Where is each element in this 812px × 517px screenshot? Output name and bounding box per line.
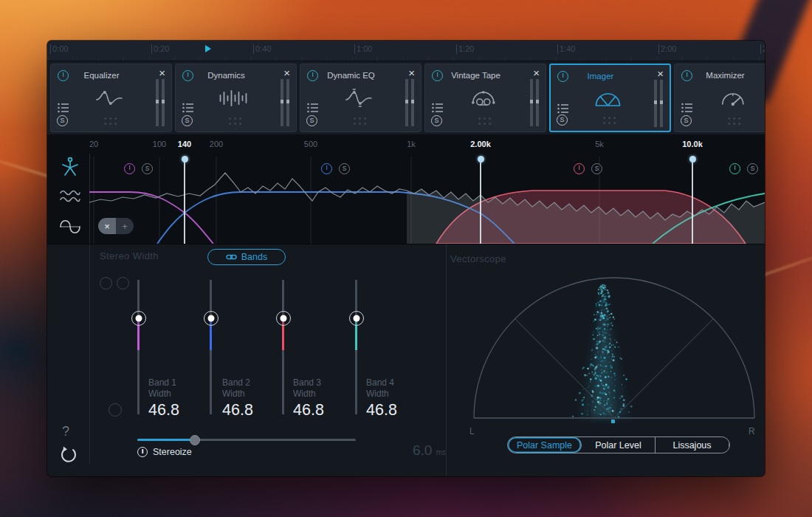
preset-list-icon[interactable] bbox=[681, 103, 693, 113]
frequency-label: 1k bbox=[407, 140, 416, 148]
band-label: Band 4 bbox=[366, 377, 433, 388]
bands-link-button[interactable]: Bands bbox=[207, 249, 286, 265]
vectorscope-mode-button[interactable]: Lissajous bbox=[656, 437, 729, 453]
module-card[interactable]: Maximizer × S bbox=[674, 64, 765, 132]
close-icon[interactable]: × bbox=[533, 67, 540, 79]
band-width-value[interactable]: 46.8 bbox=[293, 401, 359, 420]
add-band-button[interactable]: + bbox=[116, 218, 134, 234]
band-label: Width bbox=[148, 388, 215, 400]
drag-handle-dots[interactable] bbox=[104, 117, 117, 125]
waveform-view-icon[interactable] bbox=[59, 216, 81, 238]
drag-handle-dots[interactable] bbox=[478, 117, 491, 125]
solo-icon[interactable]: S bbox=[557, 114, 568, 126]
band-label: Width bbox=[222, 388, 289, 400]
module-title: Equalizer bbox=[51, 71, 152, 80]
timeline-label: 2:20 bbox=[760, 44, 765, 54]
stereoize-slider[interactable] bbox=[137, 439, 356, 441]
band-power-icon[interactable] bbox=[124, 163, 135, 174]
slider-handle[interactable] bbox=[276, 311, 291, 326]
level-meter bbox=[654, 80, 663, 127]
remove-band-button[interactable]: × bbox=[98, 218, 116, 234]
preset-list-icon[interactable] bbox=[432, 103, 444, 113]
frequency-label: 5k bbox=[595, 140, 604, 148]
drag-handle-dots[interactable] bbox=[603, 117, 616, 124]
timeline-tick bbox=[658, 44, 659, 54]
crossover-dot-icon[interactable] bbox=[478, 156, 484, 162]
module-card[interactable]: Imager × S bbox=[549, 64, 671, 132]
frequency-label: 100 bbox=[153, 140, 166, 148]
timeline-tick bbox=[760, 44, 761, 54]
stereoize-label: Stereoize bbox=[153, 447, 192, 457]
band-width-slider[interactable] bbox=[282, 280, 284, 414]
slider-handle[interactable] bbox=[204, 311, 219, 326]
preset-list-icon[interactable] bbox=[557, 103, 569, 114]
solo-icon[interactable]: S bbox=[57, 115, 68, 126]
close-icon[interactable]: × bbox=[283, 67, 290, 79]
solo-icon[interactable]: S bbox=[431, 115, 442, 126]
playhead-icon[interactable] bbox=[205, 45, 211, 52]
band-width-value[interactable]: 46.8 bbox=[366, 401, 433, 420]
frequency-label: 2.00k bbox=[470, 140, 491, 148]
preset-list-icon[interactable] bbox=[307, 103, 319, 113]
stereo-image-view-icon[interactable] bbox=[61, 157, 80, 177]
timeline-label: 1:00 bbox=[354, 44, 372, 54]
module-card[interactable]: Equalizer × S bbox=[50, 64, 172, 132]
crossover-dot-icon[interactable] bbox=[182, 156, 188, 162]
band-solo-icon[interactable]: S bbox=[339, 163, 350, 174]
module-card[interactable]: Vintage Tape × S bbox=[424, 64, 546, 132]
band-width-value[interactable]: 46.8 bbox=[222, 401, 289, 420]
close-icon[interactable]: × bbox=[408, 67, 415, 79]
spectrum-view-icon[interactable] bbox=[59, 188, 81, 205]
solo-icon[interactable]: S bbox=[182, 115, 193, 126]
slider-handle[interactable] bbox=[349, 311, 364, 326]
band-solo-icon[interactable]: S bbox=[142, 163, 153, 174]
band-solo-icon[interactable]: S bbox=[591, 163, 602, 174]
preset-list-icon[interactable] bbox=[58, 103, 69, 113]
vectorscope-mode-button[interactable]: Polar Sample bbox=[508, 437, 582, 453]
timeline-label: 0:00 bbox=[50, 44, 68, 54]
reset-icon[interactable] bbox=[58, 445, 78, 465]
stereoize-slider-handle[interactable] bbox=[190, 435, 200, 445]
solo-icon[interactable]: S bbox=[681, 115, 692, 126]
drag-handle-dots[interactable] bbox=[354, 117, 366, 125]
band-width-slider[interactable] bbox=[137, 280, 140, 414]
mono-circle-icon[interactable] bbox=[109, 403, 122, 417]
drag-handle-dots[interactable] bbox=[728, 117, 740, 125]
band-power-icon[interactable] bbox=[729, 163, 740, 174]
close-icon[interactable]: × bbox=[159, 67, 165, 79]
plugin-window: 0:00 0:20 0:40 1:00 1:20 bbox=[47, 41, 765, 476]
module-title: Dynamic EQ bbox=[300, 71, 402, 80]
band-power-icon[interactable] bbox=[321, 163, 332, 174]
band-width-value[interactable]: 46.8 bbox=[148, 401, 215, 420]
solo-icon[interactable]: S bbox=[306, 115, 317, 126]
band-add-remove-control: × + bbox=[98, 218, 134, 234]
drag-handle-dots[interactable] bbox=[229, 117, 241, 125]
slider-handle[interactable] bbox=[131, 311, 146, 326]
band-solo-icon[interactable]: S bbox=[747, 163, 758, 174]
module-card[interactable]: Dynamic EQ × S bbox=[300, 64, 422, 132]
stereoize-power-icon[interactable] bbox=[137, 447, 148, 457]
balance-marker-icon bbox=[611, 420, 615, 423]
vectorscope-mode-button[interactable]: Polar Level bbox=[582, 437, 656, 453]
band-width-slider[interactable] bbox=[210, 280, 212, 414]
module-card[interactable]: Dynamics × S bbox=[175, 64, 297, 132]
timeline-tick bbox=[151, 44, 152, 54]
timeline-tick bbox=[253, 44, 254, 54]
stereo-circles-icon[interactable] bbox=[100, 277, 129, 290]
timeline-label: 1:40 bbox=[557, 44, 575, 54]
band-power-icon[interactable] bbox=[574, 163, 585, 174]
level-meter bbox=[405, 79, 414, 126]
frequency-label: 200 bbox=[210, 140, 223, 148]
help-icon[interactable]: ? bbox=[62, 424, 69, 439]
crossover-dot-icon[interactable] bbox=[689, 156, 696, 162]
frequency-label: 140 bbox=[178, 140, 191, 148]
close-icon[interactable]: × bbox=[657, 68, 664, 80]
preset-list-icon[interactable] bbox=[182, 103, 194, 113]
frequency-label: 10.0k bbox=[682, 140, 703, 148]
timeline-ruler[interactable]: 0:00 0:20 0:40 1:00 1:20 bbox=[47, 41, 765, 61]
stereoize-delay-value[interactable]: 6.0 ms bbox=[383, 442, 446, 459]
module-title: Imager bbox=[551, 72, 650, 81]
band-label: Band 1 bbox=[148, 377, 215, 388]
band-width-slider[interactable] bbox=[355, 280, 357, 414]
timeline-tick bbox=[50, 44, 51, 54]
